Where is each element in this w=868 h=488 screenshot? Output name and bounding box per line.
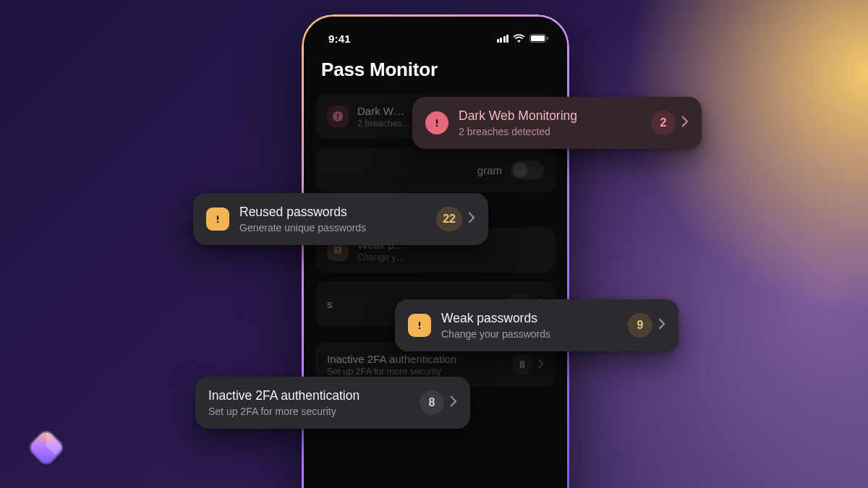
status-icons [497, 34, 549, 43]
status-bar: 9:41 [304, 17, 567, 48]
bg-card-sub: Change y… [357, 252, 544, 262]
battery-icon [529, 34, 548, 43]
bg-card-sentinel[interactable]: gram [315, 147, 556, 192]
svg-point-14 [419, 328, 421, 330]
bg-card-title: Inactive 2FA authentication [327, 353, 503, 365]
chevron-right-icon [658, 318, 665, 333]
toggle-switch[interactable] [511, 160, 544, 179]
alert-icon [408, 314, 431, 337]
card-weak-passwords[interactable]: Weak passwords Change your passwords 9 [395, 299, 678, 351]
card-sub: Set up 2FA for more security [208, 406, 409, 417]
alert-icon [206, 207, 229, 231]
chevron-right-icon [468, 212, 475, 226]
chevron-right-icon [538, 358, 544, 371]
alert-icon [425, 111, 448, 134]
svg-point-8 [337, 252, 339, 253]
promo-canvas: 9:41 Pass Monitor Dark W… 2 breaches… [0, 0, 868, 488]
svg-rect-11 [217, 215, 218, 220]
count-pill: 2 [651, 111, 676, 135]
chevron-right-icon [450, 395, 457, 410]
svg-rect-2 [547, 37, 548, 40]
bg-card-sub: Set up 2FA for more security [327, 367, 503, 377]
page-title: Pass Monitor [304, 48, 567, 94]
card-dark-web-monitoring[interactable]: Dark Web Monitoring 2 breaches detected … [412, 97, 702, 149]
card-title: Weak passwords [441, 311, 618, 326]
card-title: Dark Web Monitoring [459, 108, 641, 124]
card-title: Inactive 2FA authentication [208, 388, 409, 403]
svg-point-10 [436, 125, 438, 127]
count-pill: 8 [512, 354, 532, 374]
count-pill: 22 [436, 207, 462, 231]
wifi-icon [513, 34, 525, 43]
card-title: Reused passwords [239, 205, 426, 220]
card-sub: 2 breaches detected [459, 126, 641, 137]
svg-point-12 [217, 221, 219, 223]
svg-rect-13 [419, 322, 420, 326]
svg-point-5 [337, 118, 339, 119]
svg-rect-4 [337, 114, 339, 117]
cellular-icon [497, 35, 509, 43]
status-time: 9:41 [328, 33, 351, 45]
svg-rect-1 [531, 35, 545, 41]
alert-icon [327, 106, 349, 127]
chevron-right-icon [681, 116, 689, 130]
svg-rect-7 [337, 248, 339, 251]
card-sub: Generate unique passwords [239, 222, 426, 234]
count-pill: 9 [628, 313, 652, 338]
bg-card-sentinel-text: gram [477, 164, 502, 176]
count-pill: 8 [420, 390, 444, 415]
proton-pass-logo [26, 427, 67, 468]
card-reused-passwords[interactable]: Reused passwords Generate unique passwor… [193, 193, 488, 245]
svg-rect-9 [436, 119, 438, 124]
card-sub: Change your passwords [441, 328, 618, 340]
card-inactive-2fa[interactable]: Inactive 2FA authentication Set up 2FA f… [195, 377, 470, 429]
